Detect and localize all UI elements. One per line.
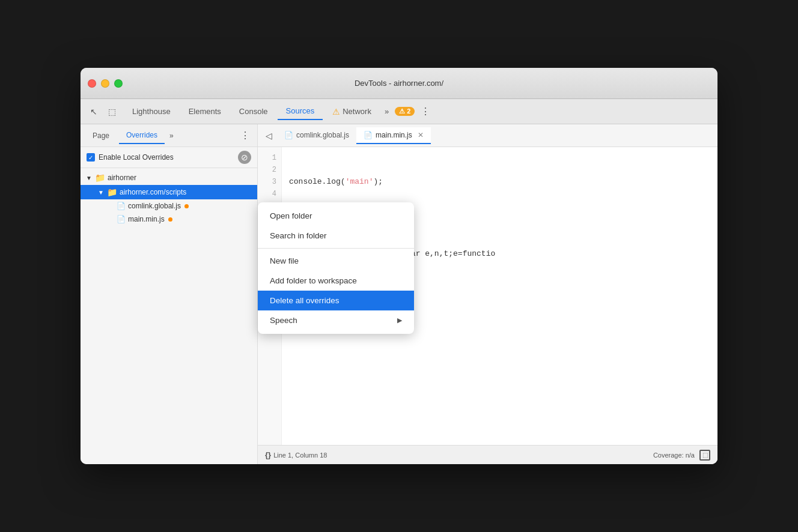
status-right: Coverage: n/a ⬚	[653, 450, 710, 461]
code-line-1: console.log('main');	[289, 176, 710, 188]
menu-delete-overrides[interactable]: Delete all overrides	[258, 291, 414, 310]
sidebar-tab-page[interactable]: Page	[85, 128, 117, 144]
sidebar-dots-menu[interactable]: ⋮	[238, 127, 252, 144]
menu-speech[interactable]: Speech ▶	[258, 310, 414, 330]
minimize-button[interactable]	[101, 79, 109, 88]
line-num-1: 1	[258, 152, 281, 164]
enable-overrides-label[interactable]: Enable Local Overrides	[87, 153, 174, 162]
menu-open-folder[interactable]: Open folder	[258, 206, 414, 226]
tab-sources[interactable]: Sources	[278, 103, 323, 120]
enable-overrides-checkbox[interactable]	[87, 153, 95, 162]
three-dots-menu[interactable]: ⋮	[417, 103, 434, 119]
menu-new-file[interactable]: New file	[258, 251, 414, 271]
context-menu: Open folder Search in folder New file Ad…	[258, 202, 414, 334]
line-num-3: 3	[258, 176, 281, 188]
file-icon: 📄	[284, 131, 293, 139]
folder-icon: 📁	[107, 187, 117, 197]
cursor-icon[interactable]: ↖	[85, 103, 102, 120]
menu-separator-1	[258, 248, 414, 249]
file-tree: ▼ 📁 airhorner ▼ 📁 airhorner.com/scripts …	[81, 168, 257, 464]
tab-elements[interactable]: Elements	[180, 103, 230, 119]
arrow-icon: ▼	[97, 189, 105, 196]
line-num-4: 4	[258, 188, 281, 200]
sidebar-tab-bar: Page Overrides » ⋮	[81, 124, 257, 147]
sidebar-tab-overrides[interactable]: Overrides	[119, 127, 165, 144]
tree-item-comlink[interactable]: 📄 comlink.global.js	[81, 199, 257, 213]
title-bar: DevTools - airhorner.com/	[81, 68, 717, 99]
clear-overrides-button[interactable]	[238, 151, 251, 164]
tab-bar: ↖ ⬚ Lighthouse Elements Console Sources …	[81, 99, 717, 124]
tab-lighthouse[interactable]: Lighthouse	[124, 103, 179, 119]
status-bar: {} Line 1, Column 18 Coverage: n/a ⬚	[258, 445, 717, 464]
arrow-icon: ▼	[85, 175, 93, 181]
folder-icon: 📁	[95, 173, 105, 183]
coverage-text: Coverage: n/a	[653, 452, 695, 459]
tab-console[interactable]: Console	[231, 103, 276, 119]
file-icon: 📄	[117, 202, 126, 210]
submenu-arrow-icon: ▶	[397, 316, 402, 324]
window-title: DevTools - airhorner.com/	[355, 79, 443, 88]
inspect-icon[interactable]: ⬚	[103, 103, 120, 120]
override-dot	[184, 204, 189, 208]
toolbar-icons: ↖ ⬚	[85, 103, 120, 120]
format-icon[interactable]: {}	[265, 450, 271, 459]
tab-more-button[interactable]: »	[381, 104, 392, 118]
sidebar-toolbar: Enable Local Overrides	[81, 147, 257, 168]
file-icon: 📄	[364, 131, 373, 139]
status-left: {} Line 1, Column 18	[265, 450, 327, 459]
warning-badge: ⚠ 2	[395, 107, 415, 116]
editor-tab-comlink[interactable]: 📄 comlink.global.js	[277, 127, 356, 144]
tab-network[interactable]: ⚠ Network	[324, 103, 380, 120]
editor-tab-main[interactable]: 📄 main.min.js ✕	[356, 127, 431, 144]
menu-add-folder[interactable]: Add folder to workspace	[258, 271, 414, 291]
back-button[interactable]: ◁	[260, 127, 277, 144]
cursor-position: Line 1, Column 18	[273, 452, 327, 459]
override-dot	[168, 217, 172, 222]
line-num-2: 2	[258, 164, 281, 176]
editor-tab-bar: ◁ 📄 comlink.global.js 📄 main.min.js ✕	[258, 124, 717, 147]
tree-item-main[interactable]: 📄 main.min.js	[81, 213, 257, 226]
tab-close-button[interactable]: ✕	[418, 131, 424, 139]
coverage-icon[interactable]: ⬚	[699, 450, 710, 461]
maximize-button[interactable]	[114, 79, 123, 88]
tree-item-airhorner[interactable]: ▼ 📁 airhorner	[81, 171, 257, 185]
main-content: Page Overrides » ⋮ Enable Local Override…	[81, 124, 717, 464]
sidebar-tab-more[interactable]: »	[167, 129, 176, 142]
menu-search-folder[interactable]: Search in folder	[258, 226, 414, 246]
file-icon: 📄	[117, 215, 126, 223]
traffic-lights	[88, 79, 123, 88]
sidebar: Page Overrides » ⋮ Enable Local Override…	[81, 124, 258, 464]
network-warning-icon: ⚠	[332, 107, 340, 116]
close-button[interactable]	[88, 79, 96, 88]
tree-item-airhorner-scripts[interactable]: ▼ 📁 airhorner.com/scripts	[81, 185, 257, 199]
